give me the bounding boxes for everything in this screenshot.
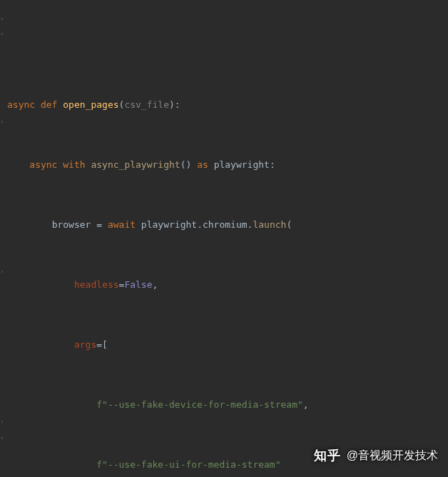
fold-marker[interactable]: ⌄ [0, 429, 6, 444]
watermark-text: @音视频开发技术 [347, 448, 438, 463]
zhihu-watermark: 知乎 @音视频开发技术 [314, 447, 438, 464]
fold-marker[interactable]: › [0, 264, 6, 279]
zhihu-logo-icon: 知乎 [314, 447, 341, 464]
code-line[interactable]: args=[ [7, 337, 448, 352]
code-line[interactable]: f"--use-fake-device-for-media-stream", [7, 397, 448, 412]
code-line[interactable]: async with async_playwright() as playwri… [7, 157, 448, 172]
code-line[interactable]: headless=False, [7, 277, 448, 292]
fold-marker[interactable]: ⌄ [0, 10, 6, 25]
fold-marker[interactable]: › [0, 114, 6, 129]
fold-gutter: ⌄ ⌄ › › › ⌄ [0, 0, 6, 477]
code-line[interactable]: browser = await playwright.chromium.laun… [7, 217, 448, 232]
code-editor: ⌄ ⌄ › › › ⌄ async def open_pages(csv_fil… [0, 0, 448, 477]
code-line[interactable]: async def open_pages(csv_file): [7, 97, 448, 112]
fold-marker[interactable]: ⌄ [0, 25, 6, 40]
fold-marker[interactable]: › [0, 414, 6, 429]
